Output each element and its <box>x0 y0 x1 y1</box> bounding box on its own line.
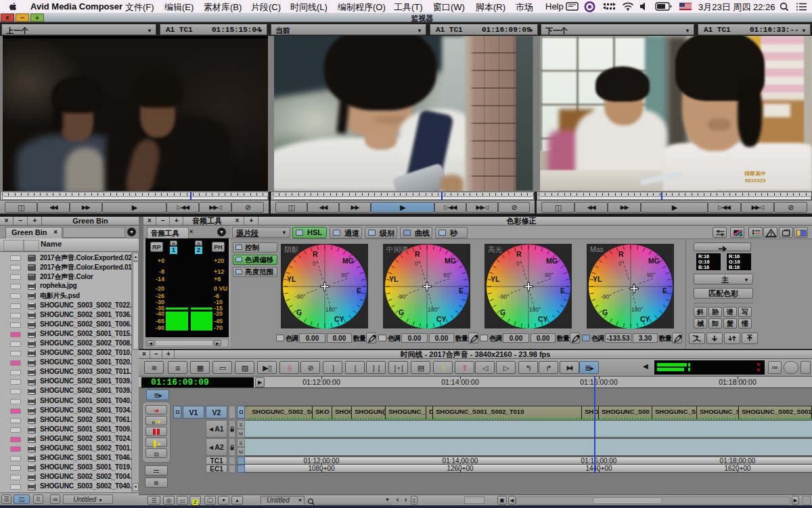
svg-text:0°: 0° <box>516 260 522 267</box>
svg-text:MG: MG <box>546 257 558 265</box>
svg-text:E: E <box>357 287 361 295</box>
svg-text:0°: 0° <box>618 260 624 267</box>
svg-text:R: R <box>618 250 624 258</box>
svg-text:MG: MG <box>342 257 354 265</box>
svg-text:180°: 180° <box>529 306 541 313</box>
svg-text:MG: MG <box>445 257 456 265</box>
svg-text:-90°: -90° <box>397 293 408 300</box>
svg-text:90°: 90° <box>341 272 350 278</box>
svg-text:CY: CY <box>334 315 344 323</box>
svg-text:-90°: -90° <box>601 293 612 300</box>
svg-text:G: G <box>296 308 302 316</box>
svg-text:-90°: -90° <box>295 293 306 300</box>
svg-text:G: G <box>602 308 608 316</box>
svg-text:90°: 90° <box>545 272 554 278</box>
svg-text:90°: 90° <box>443 272 452 278</box>
svg-text:-90°: -90° <box>499 293 510 300</box>
svg-text:0°: 0° <box>415 260 420 267</box>
svg-text:R: R <box>415 250 420 258</box>
svg-text:CY: CY <box>436 315 447 323</box>
svg-text:R: R <box>516 250 522 258</box>
svg-text:CY: CY <box>538 315 548 323</box>
svg-text:G: G <box>500 308 505 316</box>
svg-text:0°: 0° <box>313 260 318 267</box>
svg-text:180°: 180° <box>325 306 338 313</box>
svg-text:E: E <box>459 287 464 295</box>
svg-text:CY: CY <box>640 315 650 323</box>
svg-text:YL: YL <box>389 275 399 283</box>
svg-text:E: E <box>662 287 667 295</box>
svg-text:YL: YL <box>491 275 500 283</box>
svg-text:G: G <box>399 308 404 316</box>
svg-text:180°: 180° <box>631 306 644 313</box>
svg-text:YL: YL <box>593 275 602 283</box>
svg-text:MG: MG <box>648 257 660 265</box>
svg-text:R: R <box>313 250 318 258</box>
svg-text:90°: 90° <box>647 272 656 278</box>
svg-text:E: E <box>560 287 565 295</box>
svg-text:YL: YL <box>287 275 296 283</box>
svg-text:180°: 180° <box>428 306 440 313</box>
